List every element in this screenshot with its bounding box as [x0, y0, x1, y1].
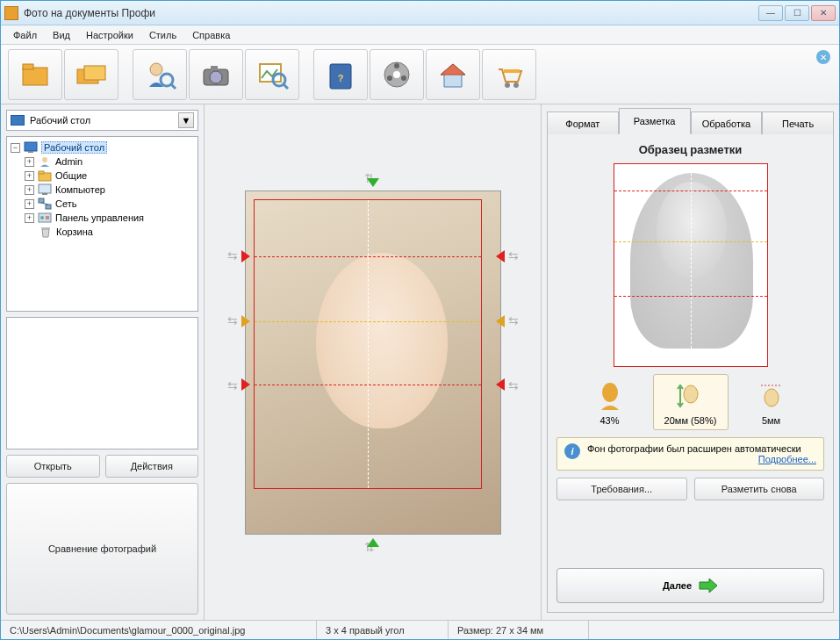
tree-node-network[interactable]: +Сеть [11, 197, 194, 211]
remark-button[interactable]: Разметить снова [694, 478, 825, 500]
tree-node-public[interactable]: +Общие [11, 169, 194, 183]
svg-rect-20 [504, 69, 520, 73]
handle-chin-left[interactable] [241, 378, 250, 391]
svg-point-38 [684, 385, 698, 403]
open-button[interactable]: Открыть [6, 455, 100, 478]
tab-markup[interactable]: Разметка [619, 108, 691, 134]
svg-rect-1 [23, 64, 33, 69]
tree-node-computer[interactable]: +Компьютер [11, 183, 194, 197]
head-icon [591, 378, 629, 413]
svg-rect-35 [46, 216, 49, 219]
folder-combo[interactable]: Рабочий стол ▼ [6, 110, 198, 131]
actions-button[interactable]: Действия [105, 455, 199, 478]
info-link[interactable]: Подробнее... [758, 454, 816, 464]
tree-node-control-panel[interactable]: +Панель управления [11, 211, 194, 225]
svg-rect-27 [39, 171, 44, 174]
chevron-down-icon: ▼ [178, 112, 194, 128]
tree-node-trash[interactable]: Корзина [11, 225, 194, 239]
toolbar-camera-button[interactable] [189, 49, 243, 100]
requirements-button[interactable]: Требования... [556, 478, 687, 500]
handle-eye-right[interactable] [496, 315, 505, 327]
info-text: Фон фотографии был расширен автоматическ… [587, 443, 801, 454]
toolbar-person-search-button[interactable] [133, 49, 187, 100]
handle-bottom[interactable] [367, 538, 379, 547]
folder-combo-label: Рабочий стол [30, 115, 173, 126]
toolbar-folder-button[interactable] [8, 49, 62, 100]
monitor-icon [11, 115, 25, 126]
toolbar-cart-button[interactable] [482, 49, 536, 100]
svg-point-25 [42, 157, 47, 162]
svg-rect-36 [41, 227, 50, 229]
app-icon [4, 6, 18, 20]
svg-point-8 [210, 71, 222, 83]
svg-point-16 [393, 71, 400, 78]
center-guide [368, 200, 369, 488]
menu-file[interactable]: Файл [6, 28, 44, 42]
maximize-button[interactable]: ☐ [785, 5, 809, 21]
app-window: Фото на документы Профи — ☐ ✕ Файл Вид Н… [0, 0, 840, 640]
editor-area: ⇆ ⇆ ⇆ ⇆ ⇆ ⇆ ⇅ ⇅ [205, 104, 541, 620]
menu-view[interactable]: Вид [46, 28, 77, 42]
svg-point-4 [150, 63, 162, 76]
handle-top-right[interactable] [496, 250, 505, 262]
right-panel: Формат Разметка Обработка Печать Образец… [541, 104, 839, 620]
menu-settings[interactable]: Настройки [79, 28, 140, 42]
svg-rect-23 [25, 142, 37, 151]
toolbar-home-button[interactable] [426, 49, 480, 100]
close-button[interactable]: ✕ [811, 5, 836, 21]
svg-rect-28 [39, 184, 51, 193]
status-size: Размер: 27 x 34 мм [449, 621, 589, 639]
svg-rect-29 [42, 193, 47, 195]
minimize-button[interactable]: — [758, 5, 783, 21]
status-format: 3 x 4 правый угол [317, 621, 449, 639]
toolbar-folders-button[interactable] [64, 49, 118, 100]
svg-point-22 [513, 83, 519, 88]
handle-top-left[interactable] [241, 250, 250, 262]
sample-image [614, 163, 768, 367]
toolbar: ? ✕ [1, 45, 839, 104]
next-button[interactable]: Далее [556, 568, 824, 603]
svg-point-19 [387, 76, 392, 81]
svg-point-34 [40, 216, 44, 219]
tab-processing[interactable]: Обработка [691, 111, 763, 134]
eye-guide[interactable] [255, 321, 481, 322]
tab-body: Образец разметки 43% 20м [547, 134, 834, 613]
chin-guide[interactable] [255, 385, 481, 385]
top-guide[interactable] [255, 256, 481, 257]
metric-head-ratio[interactable]: 43% [572, 374, 648, 430]
crop-frame[interactable] [254, 199, 482, 489]
statusbar: C:\Users\Admin\Documents\glamour_0000_or… [1, 620, 839, 639]
svg-point-21 [505, 83, 510, 88]
svg-line-6 [171, 84, 176, 89]
metric-top-margin[interactable]: 5мм [734, 374, 809, 430]
toolbar-close-help-icon[interactable]: ✕ [816, 50, 830, 64]
toolbar-help-button[interactable]: ? [313, 49, 368, 100]
thumbnail-preview [6, 317, 198, 449]
toolbar-photo-search-button[interactable] [245, 49, 299, 100]
svg-point-37 [602, 383, 618, 402]
menu-help[interactable]: Справка [185, 28, 237, 42]
metrics-row: 43% 20мм (58%) 5мм [556, 374, 824, 430]
info-icon: i [564, 443, 580, 459]
handle-chin-right[interactable] [496, 378, 505, 391]
toolbar-film-button[interactable] [370, 49, 424, 100]
tree-node-desktop[interactable]: −Рабочий стол [11, 140, 194, 155]
svg-line-12 [284, 84, 288, 89]
metric-face-height[interactable]: 20мм (58%) [653, 374, 729, 430]
tree-node-admin[interactable]: +Admin [11, 155, 194, 169]
handle-top[interactable] [367, 178, 379, 187]
left-panel: Рабочий стол ▼ −Рабочий стол +Admin +Общ… [1, 104, 205, 620]
menu-style[interactable]: Стиль [142, 28, 183, 42]
svg-point-18 [401, 76, 406, 81]
tab-print[interactable]: Печать [762, 111, 834, 134]
handle-eye-left[interactable] [241, 315, 250, 327]
status-path: C:\Users\Admin\Documents\glamour_0000_or… [1, 621, 317, 639]
svg-point-17 [394, 63, 399, 68]
svg-rect-3 [84, 66, 105, 80]
svg-point-5 [161, 74, 173, 86]
tab-format[interactable]: Формат [547, 111, 619, 134]
info-box: i Фон фотографии был расширен автоматиче… [556, 437, 824, 471]
compare-button[interactable]: Сравнение фотографий [6, 483, 198, 615]
photo-canvas[interactable]: ⇆ ⇆ ⇆ ⇆ ⇆ ⇆ ⇅ ⇅ [233, 178, 513, 547]
margin-icon [752, 378, 791, 413]
